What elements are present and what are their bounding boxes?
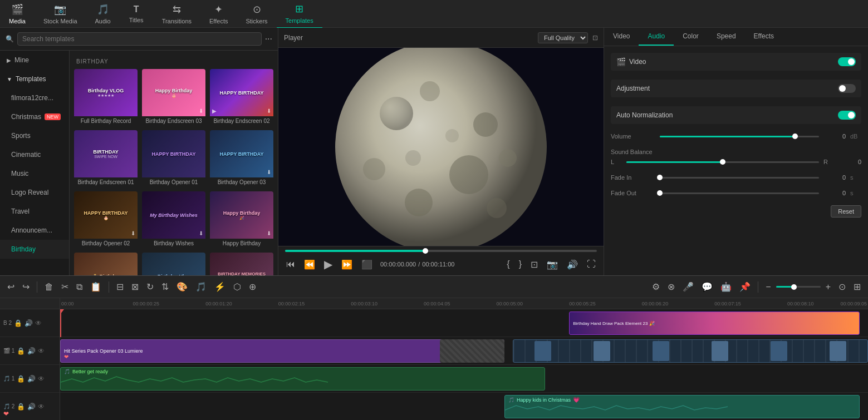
- timeline-color-button[interactable]: 🎨: [174, 280, 190, 294]
- fade-in-track[interactable]: [660, 177, 819, 179]
- track-a1-eye-icon[interactable]: 👁: [38, 375, 45, 383]
- cat-logo-reveal[interactable]: Logo Reveal: [0, 183, 69, 202]
- template-birthday-endscreen-01[interactable]: BIRTHDAY SWIPE NOW Birthday Endscreen 01: [74, 130, 138, 187]
- timeline-magnet-button[interactable]: ⊗: [665, 280, 678, 294]
- timeline-mark-button[interactable]: 📌: [737, 280, 753, 294]
- fullscreen-button[interactable]: ⛶: [586, 258, 597, 270]
- zoom-slider[interactable]: [776, 286, 821, 288]
- adjustment-toggle[interactable]: [838, 84, 856, 93]
- clip-better-get-ready[interactable]: 🎵 Better get ready: [60, 367, 545, 391]
- timeline-redo-button[interactable]: ↪: [19, 280, 32, 294]
- timeline-audio-button[interactable]: 🎵: [193, 280, 209, 294]
- progress-bar[interactable]: [285, 250, 597, 252]
- track-v1-audio-icon[interactable]: 🔊: [27, 347, 36, 355]
- cat-music[interactable]: Music: [0, 164, 69, 183]
- nav-effects[interactable]: ✦ Effects: [200, 0, 237, 28]
- clip-happy-kids-christmas[interactable]: 🎵 Happy kids in Christmas 💗: [504, 395, 860, 418]
- mark-in-button[interactable]: {: [506, 258, 511, 270]
- template-birthday-opener-01[interactable]: HAPPY BIRTHDAY Birthday Opener 01: [142, 130, 205, 187]
- more-options-icon[interactable]: ···: [265, 34, 272, 44]
- frame-forward-button[interactable]: ⏩: [340, 258, 354, 271]
- cat-christmas[interactable]: Christmas NEW: [0, 107, 69, 126]
- zoom-in-button[interactable]: +: [823, 280, 833, 294]
- stop-button[interactable]: ⬛: [360, 258, 374, 271]
- timeline-grid-button[interactable]: ⊞: [851, 280, 864, 294]
- template-happy-birthday[interactable]: Happy Birthday 🎉 ⬇ Happy Birthday: [210, 191, 273, 248]
- track-a1-lock-icon[interactable]: 🔒: [17, 375, 25, 383]
- fullscreen-icon[interactable]: ⊡: [592, 34, 598, 42]
- timeline-stabilize-button[interactable]: ⬡: [231, 280, 244, 294]
- search-input[interactable]: [17, 32, 262, 46]
- adjustment-section-header[interactable]: Adjustment: [611, 80, 861, 97]
- template-birthday-wishes[interactable]: My Birthday Wishes ⬇ Birthday Wishes: [142, 191, 205, 248]
- volume-button[interactable]: 🔊: [566, 258, 579, 271]
- tab-color[interactable]: Color: [674, 28, 708, 46]
- cat-mine[interactable]: ▶ Mine: [0, 51, 69, 70]
- track-a2-audio-icon[interactable]: 🔊: [27, 403, 36, 411]
- cat-filmora12[interactable]: filmora12cre...: [0, 88, 69, 107]
- crop-view-button[interactable]: ⊡: [529, 258, 539, 271]
- timeline-crop-button[interactable]: ⊠: [129, 280, 141, 294]
- cat-cinematic[interactable]: Cinematic: [0, 145, 69, 164]
- clip-video-strip[interactable]: [513, 339, 868, 363]
- track-a1-audio-icon[interactable]: 🔊: [27, 375, 36, 383]
- cat-templates[interactable]: ▼ Templates: [0, 70, 69, 88]
- timeline-settings-button[interactable]: ⚙: [649, 280, 663, 294]
- tab-video[interactable]: Video: [604, 28, 639, 46]
- track-a2-lock-icon[interactable]: 🔒: [17, 403, 25, 411]
- timeline-caption-button[interactable]: 💬: [699, 280, 715, 294]
- cat-birthday[interactable]: Birthday: [0, 240, 69, 259]
- track-b2-eye-icon[interactable]: 👁: [35, 319, 42, 327]
- timeline-cut-button[interactable]: ✂: [58, 280, 71, 294]
- nav-titles[interactable]: T Titles: [120, 1, 153, 27]
- timeline-flip-button[interactable]: ⇅: [159, 280, 171, 294]
- template-birthday-endscreen-03[interactable]: Happy Birthday 🎂 ⬇ Birthday Endscreen 03: [142, 69, 205, 126]
- skip-back-button[interactable]: ⏮: [285, 258, 296, 270]
- zoom-out-button[interactable]: −: [763, 280, 773, 294]
- mark-out-button[interactable]: }: [518, 258, 523, 270]
- clip-birthday-hand-draw[interactable]: Birthday Hand Draw Pack Element 23 🎉: [569, 312, 860, 335]
- timeline-undo-button[interactable]: ↩: [4, 280, 17, 294]
- timeline-split-button[interactable]: ⊟: [114, 280, 126, 294]
- track-a2-eye-icon[interactable]: 👁: [38, 403, 45, 411]
- timeline-copy-button[interactable]: ⧉: [73, 280, 85, 294]
- video-toggle[interactable]: [838, 57, 856, 66]
- nav-transitions[interactable]: ⇆ Transitions: [153, 0, 200, 28]
- template-birthday-memories[interactable]: BIRTHDAY MEMORIES SLIDESHOW ⬇ Birthday M…: [210, 253, 273, 275]
- video-section-header[interactable]: 🎬 Video: [611, 53, 861, 71]
- cat-sports[interactable]: Sports: [0, 126, 69, 145]
- tab-effects[interactable]: Effects: [745, 28, 783, 46]
- cat-travel[interactable]: Travel: [0, 202, 69, 221]
- template-birthday-endscreen-02[interactable]: HAPPY BIRTHDAY ⬇ ▶ Birthday Endscreen 02: [210, 69, 273, 126]
- timeline-mic-button[interactable]: 🎤: [680, 280, 697, 294]
- template-birthday-vlog[interactable]: Birthday Vlog ⬇ Birthday Vlog: [142, 253, 205, 275]
- volume-track[interactable]: [660, 136, 819, 137]
- timeline-paste-button[interactable]: 📋: [87, 280, 104, 294]
- timeline-speed-button[interactable]: ⚡: [212, 280, 228, 294]
- template-full-birthday-record[interactable]: Birthday VLOG ★★★★★ Full Birthday Record: [74, 69, 138, 126]
- track-v1-eye-icon[interactable]: 👁: [38, 347, 45, 355]
- track-b2-lock-icon[interactable]: 🔒: [14, 319, 22, 327]
- cat-announcements[interactable]: Announcem...: [0, 221, 69, 240]
- nav-stickers[interactable]: ⊙ Stickers: [237, 0, 276, 28]
- track-b2-audio-icon[interactable]: 🔊: [24, 319, 33, 327]
- timeline-delete-button[interactable]: 🗑: [42, 280, 56, 294]
- auto-norm-section-header[interactable]: Auto Normalization: [611, 106, 861, 124]
- snapshot-button[interactable]: 📷: [546, 258, 559, 271]
- template-birthday-opener-02[interactable]: HAPPY BIRTHDAY 🎂 ⬇ Birthday Opener 02: [74, 191, 138, 248]
- nav-media[interactable]: 🎬 Media: [0, 0, 35, 28]
- timeline-ai-button[interactable]: 🤖: [718, 280, 734, 294]
- frame-back-button[interactable]: ⏪: [303, 258, 316, 271]
- fade-out-track[interactable]: [660, 192, 819, 194]
- tab-speed[interactable]: Speed: [708, 28, 745, 46]
- template-birthday-opener-03[interactable]: HAPPY BIRTHDAY ⬇ Birthday Opener 03: [210, 130, 273, 187]
- nav-templates[interactable]: ⊞ Templates: [277, 0, 322, 28]
- tab-audio[interactable]: Audio: [639, 28, 674, 46]
- quality-select[interactable]: Full Quality 1/2 Quality 1/4 Quality: [538, 32, 588, 43]
- template-cute-birthday[interactable]: 🎂 Birthday ⬇ Cute Birthday: [74, 253, 138, 275]
- timeline-more-button[interactable]: ⊕: [246, 280, 259, 294]
- nav-audio[interactable]: 🎵 Audio: [86, 0, 120, 28]
- balance-track[interactable]: [626, 161, 819, 163]
- nav-stock-media[interactable]: 📷 Stock Media: [35, 0, 86, 28]
- reset-button[interactable]: Reset: [831, 205, 861, 218]
